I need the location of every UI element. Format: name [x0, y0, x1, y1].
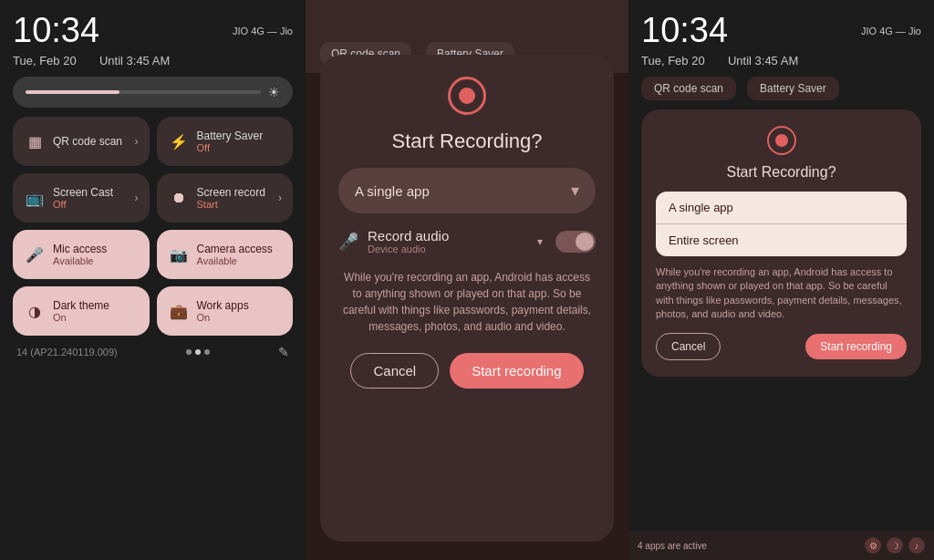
tile-icon-battery-saver: ⚡ — [168, 130, 190, 152]
tile-text-battery-saver: Battery Saver Off — [197, 130, 264, 153]
left-date: Tue, Feb 20 Until 3:45 AM — [13, 54, 293, 67]
tile-text-work-apps: Work apps On — [197, 299, 249, 323]
center-warning-text: While you're recording an app, Android h… — [338, 269, 596, 335]
right-dialog-title: Start Recording? — [656, 164, 907, 181]
tile-text-dark-theme: Dark theme On — [53, 299, 109, 323]
right-panel: 10:34 JIO 4G — Jio Tue, Feb 20 Until 3:4… — [628, 0, 934, 560]
audio-toggle[interactable] — [555, 231, 596, 253]
tile-dark-theme[interactable]: ◑ Dark theme On — [13, 286, 150, 336]
brightness-fill — [26, 90, 119, 94]
tile-icon-screen-record: ⏺ — [168, 187, 190, 209]
tile-text-camera-access: Camera access Available — [197, 243, 273, 266]
tile-name-screen-cast: Screen Cast — [53, 186, 113, 199]
tile-icon-mic-access: 🎤 — [24, 244, 46, 265]
taskbar-icon-0[interactable]: ⚙ — [865, 537, 881, 554]
right-status-text: JIO 4G — Jio — [861, 26, 921, 36]
tile-name-screen-record: Screen record — [197, 186, 265, 199]
tile-arrow-screen-record: › — [278, 192, 282, 204]
tile-sub-camera-access: Available — [197, 255, 273, 266]
tile-sub-screen-record: Start — [197, 199, 265, 210]
center-start-button[interactable]: Start recording — [450, 353, 583, 389]
dot-2 — [195, 349, 201, 355]
left-status-text: JIO 4G — Jio — [233, 26, 293, 36]
tile-arrow-qr-code: › — [135, 135, 139, 148]
record-dot — [459, 88, 475, 104]
tile-text-qr-code: QR code scan — [53, 135, 122, 148]
right-bg-tiles: QR code scan Battery Saver — [641, 77, 921, 100]
center-dialog: Start Recording? A single app ▾ 🎤 Record… — [320, 55, 614, 542]
brightness-bar[interactable]: ☀ — [13, 77, 293, 108]
center-dialog-buttons: Cancel Start recording — [338, 353, 596, 389]
center-panel: QR code scan Battery Saver Start Recordi… — [306, 0, 628, 560]
right-warning-text: While you're recording an app, Android h… — [656, 265, 907, 322]
audio-chevron-icon: ▾ — [537, 235, 543, 248]
taskbar-icons: ⚙☽♪ — [865, 537, 925, 554]
tile-sub-screen-cast: Off — [53, 199, 113, 210]
tile-mic-access[interactable]: 🎤 Mic access Available — [13, 230, 150, 279]
left-date-text: Tue, Feb 20 — [13, 54, 77, 67]
tile-battery-saver[interactable]: ⚡ Battery Saver Off — [157, 117, 294, 166]
tile-icon-qr-code: ▦ — [24, 130, 46, 152]
right-dialog-buttons: Cancel Start recording — [656, 333, 907, 360]
edit-icon[interactable]: ✎ — [278, 345, 289, 359]
left-time: 10:34 — [13, 11, 99, 50]
dot-3 — [204, 349, 210, 355]
tile-screen-record[interactable]: ⏺ Screen record Start › — [157, 173, 294, 223]
tile-sub-dark-theme: On — [53, 312, 109, 323]
tile-screen-cast[interactable]: 📺 Screen Cast Off › — [13, 173, 150, 223]
right-record-dot — [775, 134, 788, 147]
center-cancel-button[interactable]: Cancel — [350, 353, 439, 389]
tile-name-camera-access: Camera access — [197, 243, 273, 255]
tile-text-mic-access: Mic access Available — [53, 243, 107, 266]
version-text: 14 (AP21.240119.009) — [16, 347, 118, 358]
dropdown-option-1[interactable]: Entire screen — [656, 224, 907, 256]
taskbar-icon-1[interactable]: ☽ — [887, 537, 903, 554]
tile-sub-work-apps: On — [197, 312, 249, 323]
tile-work-apps[interactable]: 💼 Work apps On — [157, 286, 294, 336]
page-dots — [186, 349, 210, 355]
audio-label: Record audio Device audio — [368, 228, 528, 254]
right-cancel-button[interactable]: Cancel — [656, 333, 721, 360]
bottom-bar: 14 (AP21.240119.009) ✎ — [13, 345, 293, 359]
right-start-button[interactable]: Start recording — [805, 334, 907, 359]
right-dialog: Start Recording? A single appEntire scre… — [641, 109, 921, 377]
tile-name-qr-code: QR code scan — [53, 135, 122, 148]
right-date-text: Tue, Feb 20 — [641, 54, 705, 67]
device-audio-label: Device audio — [368, 244, 528, 254]
tile-text-screen-cast: Screen Cast Off — [53, 186, 113, 210]
tile-arrow-screen-cast: › — [135, 192, 139, 204]
tile-sub-mic-access: Available — [53, 255, 107, 266]
tile-name-work-apps: Work apps — [197, 299, 249, 312]
center-dialog-title: Start Recording? — [391, 130, 542, 153]
taskbar-icon-2[interactable]: ♪ — [908, 537, 925, 554]
tile-qr-code[interactable]: ▦ QR code scan › — [13, 117, 150, 166]
right-dropdown-open[interactable]: A single appEntire screen — [656, 192, 907, 256]
status-bar-right: 10:34 JIO 4G — Jio — [641, 11, 921, 50]
quick-tiles-grid: ▦ QR code scan › ⚡ Battery Saver Off 📺 S… — [13, 117, 293, 336]
tile-name-battery-saver: Battery Saver — [197, 130, 264, 142]
dropdown-option-0[interactable]: A single app — [656, 192, 907, 223]
record-icon — [448, 77, 486, 115]
taskbar-text: 4 apps are active — [638, 541, 707, 551]
mic-icon: 🎤 — [338, 232, 358, 252]
tile-camera-access[interactable]: 📷 Camera access Available — [157, 230, 294, 279]
right-date: Tue, Feb 20 Until 3:45 AM — [641, 54, 921, 67]
toggle-thumb — [576, 233, 594, 251]
right-bg-tile-2: Battery Saver — [747, 77, 839, 100]
record-audio-label: Record audio — [368, 228, 528, 244]
tile-name-mic-access: Mic access — [53, 243, 107, 255]
audio-row: 🎤 Record audio Device audio ▾ — [338, 228, 596, 254]
right-time: 10:34 — [641, 11, 728, 50]
tile-text-screen-record: Screen record Start — [197, 186, 265, 210]
app-select-dropdown[interactable]: A single app ▾ — [338, 168, 596, 213]
status-bar-left: 10:34 JIO 4G — Jio — [13, 11, 293, 50]
tile-name-dark-theme: Dark theme — [53, 299, 109, 312]
dropdown-value: A single app — [355, 183, 430, 199]
brightness-track — [26, 90, 261, 94]
dropdown-arrow-icon: ▾ — [571, 181, 579, 201]
right-record-icon — [767, 126, 796, 155]
left-until-text: Until 3:45 AM — [99, 54, 170, 67]
tile-icon-screen-cast: 📺 — [24, 187, 46, 209]
brightness-icon: ☀ — [268, 85, 280, 99]
tile-icon-dark-theme: ◑ — [24, 300, 46, 322]
